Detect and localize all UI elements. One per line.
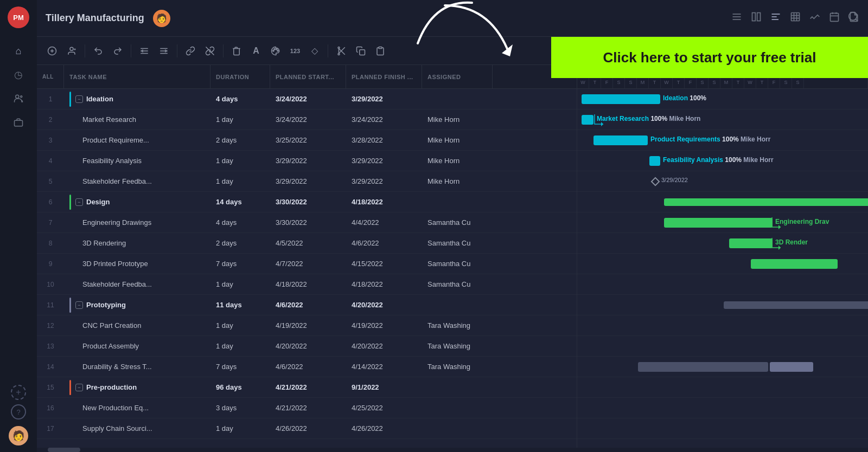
- gantt-bar-ideation: [582, 94, 660, 104]
- sidebar-help-button[interactable]: ?: [11, 404, 26, 419]
- gantt-row-3: Product Requirements 100% Mike Horr: [577, 130, 868, 151]
- copy-button[interactable]: [352, 42, 369, 60]
- svg-marker-47: [601, 122, 603, 126]
- svg-point-35: [273, 50, 274, 51]
- cut-button[interactable]: [333, 42, 350, 60]
- redo-button[interactable]: [109, 42, 126, 60]
- svg-rect-11: [792, 13, 800, 21]
- outdent-button[interactable]: [136, 42, 153, 60]
- color-button[interactable]: [267, 42, 284, 60]
- day-M2: M: [720, 77, 732, 89]
- gantt-scrollbar[interactable]: [577, 448, 868, 452]
- left-sidebar: PM ⌂ ◷ + ? 🧑: [0, 0, 37, 452]
- sidebar-item-people[interactable]: [9, 89, 28, 108]
- table-view-icon[interactable]: [790, 11, 801, 25]
- gantt-body: Ideation 100% Market Research 100% Mike …: [577, 89, 868, 439]
- gantt-view-icon[interactable]: [770, 11, 781, 25]
- gantt-row-13: [577, 336, 868, 357]
- day-T4: T: [732, 77, 744, 89]
- expand-button[interactable]: −: [75, 301, 83, 309]
- shape-button[interactable]: ◇: [306, 42, 323, 60]
- table-row[interactable]: 6 − Design 14 days 3/30/2022 4/18/2022: [37, 192, 577, 212]
- svg-rect-16: [831, 13, 839, 21]
- font-button[interactable]: A: [247, 42, 265, 60]
- cta-banner[interactable]: Click here to start your free trial: [551, 37, 868, 78]
- sidebar-item-briefcase[interactable]: [9, 113, 28, 132]
- gantt-bar-prototyping: [724, 301, 868, 309]
- undo-button[interactable]: [90, 42, 107, 60]
- col-planned-start: PLANNED START...: [270, 65, 346, 88]
- table-body: 1 − Ideation 4 days 3/24/2022 3/29/2022 …: [37, 89, 577, 439]
- user-avatar[interactable]: 🧑: [9, 426, 28, 445]
- gantt-bar-durability: [638, 362, 768, 372]
- day-W3: W: [744, 77, 756, 89]
- table-row[interactable]: 5 Stakeholder Feedba... 1 day 3/29/2022 …: [37, 171, 577, 192]
- link-button[interactable]: [182, 42, 199, 60]
- table-row[interactable]: 17 Supply Chain Sourci... 1 day 4/26/202…: [37, 418, 577, 439]
- day-F: F: [601, 77, 613, 89]
- table-row[interactable]: 4 Feasibility Analysis 1 day 3/29/2022 3…: [37, 151, 577, 171]
- indent-button[interactable]: [155, 42, 173, 60]
- svg-line-21: [856, 19, 858, 21]
- table-row[interactable]: 2 Market Research 1 day 3/24/2022 3/24/2…: [37, 109, 577, 130]
- gantt-row-1: Ideation 100%: [577, 89, 868, 109]
- col-task-name: TASK NAME: [64, 65, 210, 88]
- table-row[interactable]: 11 − Prototyping 11 days 4/6/2022 4/20/2…: [37, 295, 577, 315]
- table-row[interactable]: 1 − Ideation 4 days 3/24/2022 3/29/2022: [37, 89, 577, 109]
- table-row[interactable]: 12 CNC Part Creation 1 day 4/19/2022 4/1…: [37, 315, 577, 336]
- table-row[interactable]: 15 − Pre-production 96 days 4/21/2022 9/…: [37, 377, 577, 398]
- list-view-icon[interactable]: [731, 11, 742, 25]
- day-S6: S: [792, 77, 804, 89]
- gantt-row-12: [577, 315, 868, 336]
- svg-point-39: [338, 53, 340, 55]
- paste-button[interactable]: [372, 42, 389, 60]
- table-row[interactable]: 9 3D Printed Prototype 7 days 4/7/2022 4…: [37, 254, 577, 274]
- table-row[interactable]: 3 Product Requireme... 2 days 3/25/2022 …: [37, 130, 577, 151]
- gantt-label-feasibility: Feasibility Analysis 100% Mike Horr: [663, 156, 774, 164]
- gantt-row-5: 3/29/2022: [577, 171, 868, 192]
- gantt-label-ideation: Ideation 100%: [663, 94, 706, 102]
- day-T5: T: [756, 77, 768, 89]
- gantt-row-10: [577, 274, 868, 295]
- table-row[interactable]: 13 Product Assembly 1 day 4/20/2022 4/20…: [37, 336, 577, 357]
- day-V: [804, 77, 868, 89]
- divider-3: [177, 44, 177, 57]
- gantt-bar-3d-proto: [751, 259, 838, 269]
- gantt-bar-design: [664, 198, 868, 206]
- table-row[interactable]: 7 Engineering Drawings 4 days 3/30/2022 …: [37, 212, 577, 233]
- sidebar-add-button[interactable]: +: [11, 385, 26, 400]
- project-avatar[interactable]: 🧑: [153, 10, 170, 27]
- table-row[interactable]: 16 New Production Eq... 3 days 4/21/2022…: [37, 398, 577, 418]
- gantt-label-3d: 3D Render: [775, 238, 808, 246]
- add-user-button[interactable]: [63, 42, 80, 60]
- sidebar-item-home[interactable]: ⌂: [9, 41, 28, 61]
- app-logo[interactable]: PM: [8, 7, 29, 28]
- divider-1: [85, 44, 85, 57]
- table-row[interactable]: 14 Durability & Stress T... 7 days 4/6/2…: [37, 357, 577, 377]
- timeline-view-icon[interactable]: [809, 11, 820, 25]
- svg-point-36: [274, 48, 275, 49]
- table-row[interactable]: 10 Stakeholder Feedba... 1 day 4/18/2022…: [37, 274, 577, 295]
- expand-button[interactable]: −: [75, 95, 83, 103]
- gantt-bar-3d-rendering: [729, 238, 773, 248]
- expand-button[interactable]: −: [75, 384, 83, 391]
- unlink-button[interactable]: [201, 42, 219, 60]
- delete-button[interactable]: [228, 42, 245, 60]
- expand-button[interactable]: −: [75, 198, 83, 206]
- sidebar-item-clock[interactable]: ◷: [9, 65, 28, 85]
- day-S5: S: [780, 77, 792, 89]
- calendar-view-icon[interactable]: [829, 11, 840, 25]
- add-task-button[interactable]: [43, 42, 61, 60]
- table-row[interactable]: 8 3D Rendering 2 days 4/5/2022 4/6/2022 …: [37, 233, 577, 254]
- group-color-bar: [69, 92, 71, 107]
- gantt-row-4: Feasibility Analysis 100% Mike Horr: [577, 151, 868, 171]
- board-view-icon[interactable]: [751, 11, 762, 25]
- gantt-bar-market-research: [582, 115, 593, 125]
- group-color-bar: [69, 298, 71, 313]
- cta-text: Click here to start your free trial: [603, 49, 816, 66]
- svg-point-1: [21, 96, 22, 98]
- number-button[interactable]: 123: [286, 42, 304, 60]
- search-icon[interactable]: [847, 11, 859, 25]
- group-color-bar: [69, 195, 71, 210]
- gantt-row-8: 3D Render: [577, 233, 868, 254]
